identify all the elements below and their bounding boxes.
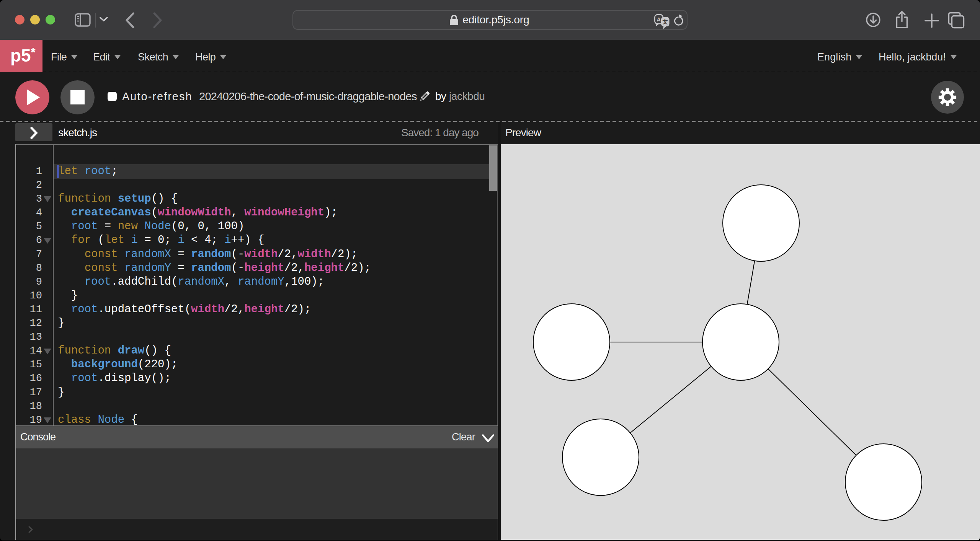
svg-text:文: 文 (662, 19, 668, 25)
svg-text:A: A (657, 16, 661, 23)
